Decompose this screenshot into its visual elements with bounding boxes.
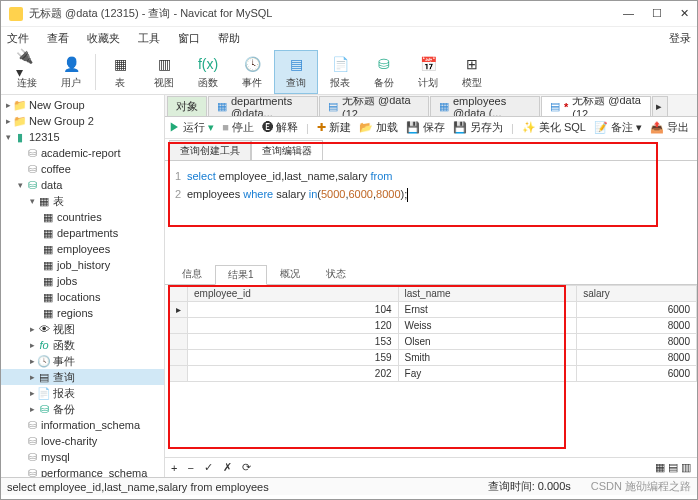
close-button[interactable]: ✕ <box>680 7 689 20</box>
watermark: CSDN 施劭编程之路 <box>591 479 691 494</box>
content-area: 对象 ▦departments @data... ▤无标题 @data (12.… <box>165 95 697 477</box>
tree-funcs[interactable]: ▸fo函数 <box>1 337 164 353</box>
refresh-button[interactable]: ⟳ <box>242 461 251 474</box>
rtab-info[interactable]: 信息 <box>169 264 215 284</box>
report-button[interactable]: 📄报表 <box>318 50 362 94</box>
menu-fav[interactable]: 收藏夹 <box>87 31 120 46</box>
report-icon: 📄 <box>329 53 351 75</box>
sql-editor[interactable]: 1select employee_id,last_name,salary fro… <box>165 161 697 209</box>
table-row[interactable]: 202Fay6000 <box>170 366 697 382</box>
subtab-editor[interactable]: 查询编辑器 <box>251 140 323 160</box>
table-row[interactable]: 153Olsen8000 <box>170 334 697 350</box>
tree-table[interactable]: ▦locations <box>1 289 164 305</box>
commit-button[interactable]: ✓ <box>204 461 213 474</box>
tree-db[interactable]: ▾⛁data <box>1 177 164 193</box>
tree-table[interactable]: ▦employees <box>1 241 164 257</box>
add-row-button[interactable]: + <box>171 462 177 474</box>
status-time: 查询时间: 0.000s <box>488 479 571 494</box>
tree-table[interactable]: ▦jobs <box>1 273 164 289</box>
tree-db[interactable]: ⛁performance_schema <box>1 465 164 477</box>
new-button[interactable]: ✚ 新建 <box>317 120 351 135</box>
tab-employees[interactable]: ▦employees @data (... <box>430 96 540 116</box>
tree-events[interactable]: ▸🕓事件 <box>1 353 164 369</box>
query-button[interactable]: ▤查询 <box>274 50 318 94</box>
calendar-icon: 📅 <box>417 53 439 75</box>
tree-queries[interactable]: ▸▤查询 <box>1 369 164 385</box>
tree-table[interactable]: ▦job_history <box>1 257 164 273</box>
tab-untitled1[interactable]: ▤无标题 @data (12... <box>319 96 429 116</box>
model-button[interactable]: ⊞模型 <box>450 50 494 94</box>
tab-untitled2[interactable]: ▤*无标题 @data (12... <box>541 96 651 116</box>
col-employee-id[interactable]: employee_id <box>188 286 399 302</box>
tree-group[interactable]: ▸📁New Group 2 <box>1 113 164 129</box>
tree-conn[interactable]: ▾▮12315 <box>1 129 164 145</box>
query-toolbar: ▶ 运行 ▾ ■ 停止 🅔 解释 | ✚ 新建 📂 加载 💾 保存 💾 另存为 … <box>165 117 697 139</box>
minimize-button[interactable]: — <box>623 7 634 20</box>
tab-departments[interactable]: ▦departments @data... <box>208 96 318 116</box>
tree-db[interactable]: ⛁love-charity <box>1 433 164 449</box>
menu-file[interactable]: 文件 <box>7 31 29 46</box>
table-row[interactable]: 159Smith8000 <box>170 350 697 366</box>
tree-db[interactable]: ⛁mysql <box>1 449 164 465</box>
tree-views[interactable]: ▸👁视图 <box>1 321 164 337</box>
table-icon: ▦ <box>109 53 131 75</box>
tree-table[interactable]: ▦departments <box>1 225 164 241</box>
clock-icon: 🕓 <box>241 53 263 75</box>
func-button[interactable]: f(x)函数 <box>186 50 230 94</box>
tree-db[interactable]: ⛁academic-report <box>1 145 164 161</box>
subtab-builder[interactable]: 查询创建工具 <box>169 140 251 160</box>
cancel-button[interactable]: ✗ <box>223 461 232 474</box>
menu-view[interactable]: 查看 <box>47 31 69 46</box>
col-last-name[interactable]: last_name <box>398 286 577 302</box>
rtab-result1[interactable]: 结果1 <box>215 265 267 285</box>
maximize-button[interactable]: ☐ <box>652 7 662 20</box>
tree-reports[interactable]: ▸📄报表 <box>1 385 164 401</box>
window-title: 无标题 @data (12315) - 查询 - Navicat for MyS… <box>29 6 623 21</box>
explain-button[interactable]: 🅔 解释 <box>262 120 298 135</box>
tree-table[interactable]: ▦countries <box>1 209 164 225</box>
result-grid[interactable]: employee_idlast_namesalary ▸104Ernst6000… <box>169 285 697 382</box>
query-subtabs: 查询创建工具 查询编辑器 <box>165 139 697 161</box>
note-button[interactable]: 📝 备注 ▾ <box>594 120 642 135</box>
del-row-button[interactable]: − <box>187 462 193 474</box>
table-row[interactable]: ▸104Ernst6000 <box>170 302 697 318</box>
rtab-profile[interactable]: 概况 <box>267 264 313 284</box>
status-sql: select employee_id,last_name,salary from… <box>7 481 269 493</box>
stop-button[interactable]: ■ 停止 <box>222 120 254 135</box>
login-link[interactable]: 登录 <box>669 31 691 46</box>
tree-group[interactable]: ▸📁New Group <box>1 97 164 113</box>
table-button[interactable]: ▦表 <box>98 50 142 94</box>
sidebar: ▸📁New Group ▸📁New Group 2 ▾▮12315 ⛁acade… <box>1 95 165 477</box>
tabs-overflow[interactable]: ▸ <box>652 96 668 116</box>
tree-table[interactable]: ▦regions <box>1 305 164 321</box>
table-row[interactable]: 120Weiss8000 <box>170 318 697 334</box>
plan-button[interactable]: 📅计划 <box>406 50 450 94</box>
result-tabs: 信息 结果1 概况 状态 <box>165 263 697 285</box>
view-button[interactable]: ▥视图 <box>142 50 186 94</box>
col-salary[interactable]: salary <box>577 286 697 302</box>
tree-db[interactable]: ⛁information_schema <box>1 417 164 433</box>
backup-icon: ⛁ <box>373 53 395 75</box>
model-icon: ⊞ <box>461 53 483 75</box>
tree-backups[interactable]: ▸⛁备份 <box>1 401 164 417</box>
grid-nav: + − ✓ ✗ ⟳ ▦ ▤ ▥ <box>165 457 697 477</box>
backup-button[interactable]: ⛁备份 <box>362 50 406 94</box>
menu-tool[interactable]: 工具 <box>138 31 160 46</box>
export-button[interactable]: 📤 导出 <box>650 120 689 135</box>
grid-mode-icon[interactable]: ▦ ▤ ▥ <box>655 461 691 474</box>
tab-objects[interactable]: 对象 <box>167 96 207 116</box>
event-button[interactable]: 🕓事件 <box>230 50 274 94</box>
conn-button[interactable]: 🔌▾连接 <box>5 50 49 94</box>
load-button[interactable]: 📂 加载 <box>359 120 398 135</box>
user-button[interactable]: 👤用户 <box>49 50 93 94</box>
tree-tables[interactable]: ▾▦表 <box>1 193 164 209</box>
view-icon: ▥ <box>153 53 175 75</box>
menu-help[interactable]: 帮助 <box>218 31 240 46</box>
run-button[interactable]: ▶ 运行 ▾ <box>169 120 214 135</box>
rtab-status[interactable]: 状态 <box>313 264 359 284</box>
tree-db[interactable]: ⛁coffee <box>1 161 164 177</box>
menu-window[interactable]: 窗口 <box>178 31 200 46</box>
saveas-button[interactable]: 💾 另存为 <box>453 120 503 135</box>
save-button[interactable]: 💾 保存 <box>406 120 445 135</box>
beautify-button[interactable]: ✨ 美化 SQL <box>522 120 586 135</box>
